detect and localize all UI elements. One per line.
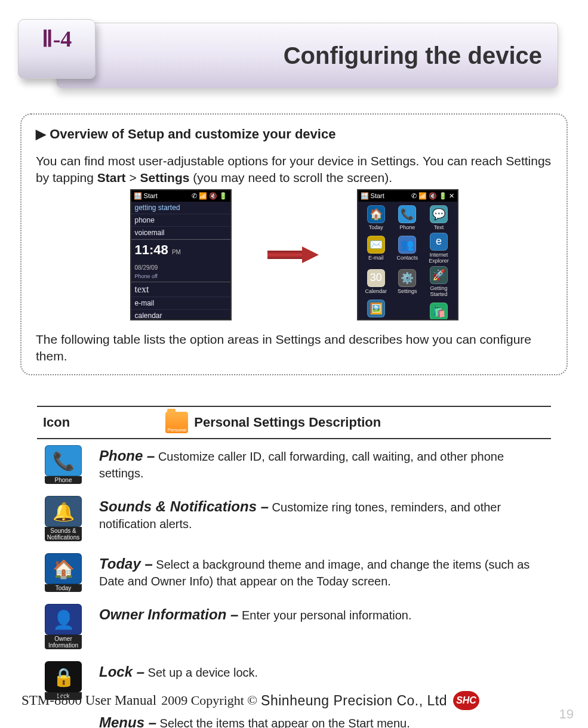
today-row: e-mail: [131, 297, 230, 310]
table-header: Icon Personal Personal Settings Descript…: [37, 406, 551, 439]
row-icon: 📞Phone: [42, 445, 85, 484]
settings-table: Icon Personal Personal Settings Descript…: [37, 406, 551, 728]
table-row: 📞Phone Phone – Customize caller ID, call…: [37, 439, 551, 490]
table-row: 👤Owner Information Owner Information – E…: [37, 598, 551, 655]
arrow-icon: [267, 246, 321, 263]
section-tab: Ⅱ-4: [18, 19, 96, 79]
start-grid-cell: eInternet Explorer: [424, 233, 453, 264]
footer: STM-8800 User Manual 2009 Copyright © Sh…: [21, 691, 567, 710]
today-row: getting started: [131, 202, 230, 214]
today-row: text: [131, 282, 230, 297]
table-row: 🔔Sounds & Notifications Sounds & Notific…: [37, 490, 551, 547]
screenshot-today: 🪟 Start✆ 📶 🔇 🔋 getting started phone voi…: [130, 189, 232, 320]
col-description: Personal Settings Description: [194, 415, 381, 430]
table-row: 🏠Today Today – Select a background theme…: [37, 547, 551, 598]
row-description: Owner Information – Enter your personal …: [99, 604, 546, 624]
start-grid-cell: 🖼️Pictures & Videos: [362, 300, 390, 320]
row-description: Menus – Select the items that appear on …: [99, 712, 546, 728]
title-bar: Configuring the device: [57, 23, 558, 88]
start-grid-cell: 🛍️Marketplace: [424, 300, 453, 320]
today-topbar: 🪟 Start✆ 📶 🔇 🔋: [131, 190, 230, 202]
row-description: Lock – Set up a device lock.: [99, 661, 546, 681]
start-grid-cell: 🚀Getting Started: [424, 266, 453, 297]
overview-heading: Overview of Setup and customize your dev…: [36, 127, 552, 142]
row-icon: 🔔Sounds & Notifications: [42, 496, 85, 541]
start-grid-cell: ⚙️Settings: [393, 266, 421, 297]
start-grid-cell: 📞Phone: [393, 205, 421, 230]
screenshot-start: 🪟 Start✆ 📶 🔇 🔋 ✕ 🏠Today📞Phone💬Text✉️E-ma…: [357, 189, 458, 320]
screenshot-row: 🪟 Start✆ 📶 🔇 🔋 getting started phone voi…: [36, 189, 552, 320]
overview-box: Overview of Setup and customize your dev…: [20, 113, 568, 375]
overview-intro: You can find most user-adjustable option…: [36, 153, 552, 187]
start-grid-cell: 🏠Today: [362, 205, 390, 230]
overview-closing: The following table lists the option are…: [36, 331, 552, 365]
copyright: 2009 Copyright ©: [161, 693, 257, 708]
start-grid-cell: ✉️E-mail: [362, 233, 390, 264]
section-number: Ⅱ-4: [42, 26, 72, 52]
start-grid-cell: 👥Contacts: [393, 233, 421, 264]
folder-icon: Personal: [165, 412, 188, 433]
start-grid-cell: 30Calendar: [362, 266, 390, 297]
start-grid-cell: 💬Text: [424, 205, 453, 230]
row-description: Today – Select a background theme and im…: [99, 553, 546, 590]
start-grid-cell: [393, 300, 421, 320]
row-icon: 👤Owner Information: [42, 604, 85, 649]
today-clock: 11:48 PM08/29/09: [131, 239, 230, 273]
today-row: phone: [131, 214, 230, 227]
today-phone-status: Phone off: [131, 273, 230, 282]
start-topbar: 🪟 Start✆ 📶 🔇 🔋 ✕: [358, 190, 457, 202]
row-description: Phone – Customize caller ID, call forwar…: [99, 445, 546, 482]
today-row: voicemail: [131, 227, 230, 239]
page-number: 19: [559, 707, 574, 722]
today-row: calendar: [131, 310, 230, 320]
manual-title: STM-8800 User Manual: [21, 693, 156, 708]
page-title: Configuring the device: [284, 42, 542, 69]
row-description: Sounds & Notifications – Customize ring …: [99, 496, 546, 532]
col-icon: Icon: [43, 415, 70, 430]
row-icon: 🏠Today: [42, 553, 85, 592]
company-name: Shinheung Precision Co., Ltd: [261, 693, 447, 709]
company-logo: SHC: [453, 691, 479, 710]
